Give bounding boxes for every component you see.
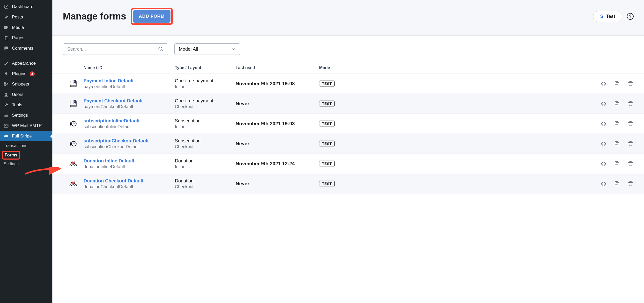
user-icon [4,92,9,97]
fullstripe-icon [4,134,9,139]
form-name-link[interactable]: Payment Checkout Default [84,98,175,104]
duplicate-button[interactable] [614,161,620,167]
page-header: Manage forms ADD FORM S Test ? [52,0,644,36]
form-layout: Checkout [175,144,236,149]
row-type-icon [63,79,84,88]
form-type: One-time payment [175,98,236,104]
sidebar-item-appearance[interactable]: Appearance [0,58,52,69]
sidebar-item-snippets[interactable]: Snippets [0,79,52,89]
sidebar-item-fullstripe[interactable]: Full Stripe [0,131,52,141]
scissors-icon [4,82,9,87]
plugins-update-badge: 3 [30,71,35,76]
form-layout: Checkout [175,184,236,189]
form-last-used: Never [236,101,319,107]
sidebar-item-media[interactable]: Media [0,22,52,33]
form-name-link[interactable]: Donation Checkout Default [84,178,175,184]
embed-code-button[interactable] [600,181,607,187]
svg-rect-5 [5,37,8,40]
sidebar-item-posts[interactable]: Posts [0,12,52,22]
wrench-icon [4,102,9,108]
search-box[interactable] [63,43,168,55]
svg-point-11 [5,116,6,117]
svg-point-15 [159,47,162,50]
sidebar-item-settings[interactable]: Settings [0,110,52,121]
brush-icon [4,61,9,66]
table-row: Donation Inline Default donationInlineDe… [52,154,644,174]
delete-button[interactable] [627,121,634,127]
form-name-link[interactable]: Payment Inline Default [84,78,175,84]
add-form-button[interactable]: ADD FORM [133,10,170,23]
sidebar-item-label: Posts [12,15,23,20]
form-type: Donation [175,178,236,184]
embed-code-button[interactable] [600,121,607,127]
duplicate-button[interactable] [614,121,620,127]
sidebar-item-users[interactable]: Users [0,89,52,100]
sidebar-item-label: Pages [12,35,24,41]
form-id: paymentInlineDefault [84,84,175,89]
table-header: Name / ID Type / Layout Last used Mode [52,62,644,74]
sidebar-item-label: Media [12,25,24,30]
duplicate-button[interactable] [614,101,620,107]
form-name-link[interactable]: subscriptionInlineDefault [84,118,175,124]
sidebar-sub-settings[interactable]: Settings [0,160,52,169]
sidebar-item-label: Appearance [12,61,36,66]
table-row: Payment Inline Default paymentInlineDefa… [52,74,644,94]
stripe-mode-pill[interactable]: S Test [593,11,622,22]
sidebar-item-tools[interactable]: Tools [0,100,52,110]
embed-code-button[interactable] [600,141,607,147]
form-id: paymentCheckoutDefault [84,104,175,109]
sidebar-item-dashboard[interactable]: Dashboard [0,2,52,12]
sidebar-item-comments[interactable]: Comments [0,43,52,54]
embed-code-button[interactable] [600,101,607,107]
sidebar-item-plugins[interactable]: Plugins 3 [0,69,52,79]
embed-code-button[interactable] [600,161,607,167]
form-last-used: Never [236,181,319,187]
delete-button[interactable] [627,141,634,147]
stripe-mode-label: Test [606,14,615,19]
form-id: donationCheckoutDefault [84,184,175,189]
search-input[interactable] [67,47,158,52]
form-mode-badge: TEST [319,161,335,167]
th-type: Type / Layout [175,65,236,70]
embed-code-button[interactable] [600,81,607,87]
row-type-icon [63,119,84,128]
admin-sidebar: Dashboard Posts Media Pages Comments [0,0,52,303]
form-layout: Checkout [175,104,236,109]
delete-button[interactable] [627,161,634,167]
delete-button[interactable] [627,81,634,87]
form-mode-badge: TEST [319,81,335,87]
form-id: subscriptionCheckoutDefault [84,144,175,149]
form-id: donationInlineDefault [84,164,175,169]
form-name-link[interactable]: Donation Inline Default [84,158,175,164]
form-layout: Inline [175,84,236,89]
form-name-link[interactable]: subscriptionCheckoutDefault [84,138,175,144]
mode-filter-select[interactable]: Mode: All [174,43,240,55]
annotation-highlight-forms: Forms [2,151,20,160]
duplicate-button[interactable] [614,181,620,187]
stripe-s-icon: S [600,14,603,19]
form-layout: Inline [175,124,236,129]
pages-icon [4,35,9,41]
sidebar-item-label: WP Mail SMTP [12,123,42,128]
sidebar-sub-forms[interactable]: Forms [5,153,17,157]
annotation-highlight-addform: ADD FORM [131,8,173,25]
form-last-used: Never [236,141,319,147]
gauge-icon [4,4,9,9]
pin-icon [4,15,9,20]
sidebar-sub-transactions[interactable]: Transactions [0,141,52,151]
form-mode-badge: TEST [319,181,335,187]
th-mode: Mode [319,65,364,70]
delete-button[interactable] [627,181,634,187]
sidebar-item-label: Plugins [12,71,26,76]
svg-point-9 [6,114,6,114]
duplicate-button[interactable] [614,81,620,87]
form-type: Subscription [175,138,236,144]
form-last-used: November 9th 2021 19:08 [236,81,319,87]
form-mode-badge: TEST [319,101,335,107]
delete-button[interactable] [627,101,634,107]
help-button[interactable]: ? [627,13,634,20]
form-mode-badge: TEST [319,121,335,127]
sidebar-item-pages[interactable]: Pages [0,33,52,43]
duplicate-button[interactable] [614,141,620,147]
sidebar-item-wpmailsmtp[interactable]: WP Mail SMTP [0,121,52,131]
